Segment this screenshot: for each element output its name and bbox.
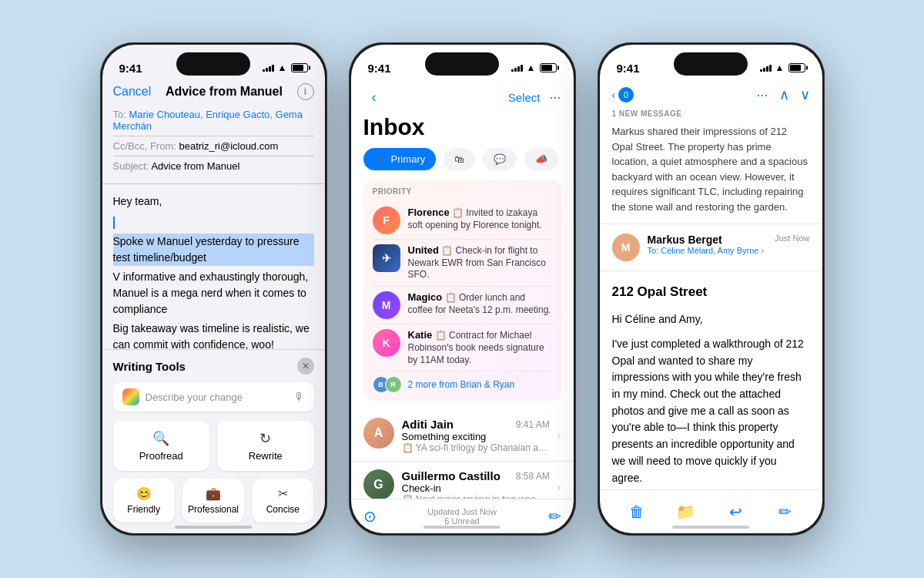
next-message-button[interactable]: ∨	[800, 86, 810, 103]
chevron-icon-2: ›	[557, 481, 561, 493]
concise-button[interactable]: ✂ Concise	[252, 479, 313, 523]
battery-icon	[291, 63, 308, 72]
concise-label: Concise	[266, 504, 300, 515]
inbox-nav: ‹ Select ···	[351, 83, 574, 114]
aditi-subject: Something exciting	[402, 431, 550, 442]
professional-button[interactable]: 💼 Professional	[182, 479, 244, 523]
battery-icon-2	[540, 63, 557, 72]
concise-icon: ✂	[278, 486, 288, 501]
writing-tools-panel: Writing Tools ✕ Describe your change 🎙 🔍…	[102, 349, 325, 533]
tab-shopping[interactable]: 🛍	[444, 148, 475, 170]
phone-detail: 9:41 ▲ ‹ 0 ··· ∧ ∨ 1 NEW MESSAGE	[598, 42, 825, 536]
sender-info: Markus Berget To: Céline Mélard, Amy Byr…	[648, 234, 768, 255]
wifi-icon: ▲	[278, 62, 287, 73]
wifi-icon-3: ▲	[775, 62, 785, 73]
body-greeting: Hey team,	[113, 193, 314, 210]
phone-inbox: 9:41 ▲ ‹ Select ··· Inbox 👤	[349, 42, 576, 536]
email-summary: Markus shared their impressions of 212 O…	[600, 124, 822, 224]
priority-label: PRIORITY	[373, 187, 552, 196]
mail-list: A Aditi Jain 9:41 AM Something exciting …	[351, 410, 574, 499]
search-placeholder: Describe your change	[146, 391, 288, 403]
cc-label: Cc/Bcc, From:	[113, 140, 176, 152]
more-from-text: 2 more from Brian & Ryan	[408, 379, 515, 390]
tab-social[interactable]: 💬	[483, 148, 517, 170]
priority-item-magico[interactable]: M Magico 📋 Order lunch and coffee for Ne…	[373, 287, 552, 324]
footer-updated: Updated Just Now 6 Unread	[377, 507, 548, 526]
trash-button[interactable]: 🗑	[623, 498, 651, 526]
tab-primary[interactable]: 👤 Primary	[363, 148, 437, 170]
florence-sender: Florence	[408, 207, 450, 218]
professional-label: Professional	[188, 504, 239, 515]
chevron-to: ›	[761, 246, 764, 255]
priority-item-florence[interactable]: F Florence 📋 Invited to izakaya soft ope…	[373, 202, 552, 240]
guillermo-content: Guillermo Castillo 8:58 AM Check-in 📋 Ne…	[402, 469, 550, 499]
back-button-detail[interactable]: ‹ 0	[612, 87, 634, 102]
tab-updates[interactable]: 📣	[524, 148, 558, 170]
guillermo-sender: Guillermo Castillo	[402, 469, 500, 482]
rewrite-label: Rewrite	[249, 450, 283, 462]
friendly-button[interactable]: 😊 Friendly	[113, 479, 175, 523]
dynamic-island	[176, 52, 250, 76]
compose-detail-button[interactable]: ✏	[771, 498, 798, 526]
united-sender: United	[408, 244, 439, 256]
filter-icon[interactable]: ⊙	[363, 507, 377, 526]
archive-button[interactable]: 📁	[672, 498, 700, 526]
email-body-p1: I've just completed a walkthrough of 212…	[612, 336, 810, 486]
more-options-button[interactable]: ···	[756, 87, 768, 103]
markus-avatar: M	[612, 234, 640, 261]
united-avatar: ✈	[373, 244, 400, 272]
to-field[interactable]: To: Marie Chouteau, Enrique Gacto, Gema …	[113, 105, 314, 136]
rewrite-icon: ↻	[259, 430, 271, 447]
status-time-2: 9:41	[368, 62, 391, 75]
proofread-button[interactable]: 🔍 Proofread	[113, 421, 210, 471]
rewrite-button[interactable]: ↻ Rewrite	[217, 421, 314, 471]
aditi-sender: Aditi Jain	[402, 418, 454, 431]
back-count: 0	[618, 87, 634, 102]
reply-button[interactable]: ↩	[721, 498, 749, 526]
cancel-button[interactable]: Cancel	[113, 85, 152, 99]
cc-field[interactable]: Cc/Bcc, From: beatriz_ri@icloud.com	[113, 136, 314, 156]
compose-button[interactable]: ✏	[548, 507, 561, 526]
compose-body[interactable]: Hey team, Spoke w Manuel yesterday to pr…	[102, 184, 325, 349]
to-value-detail: Céline Mélard, Amy Byrne	[661, 246, 758, 255]
info-button[interactable]: i	[297, 83, 314, 100]
writing-tools-close[interactable]: ✕	[297, 358, 314, 375]
professional-icon: 💼	[206, 486, 221, 501]
body-line3: Big takeaway was timeline is realistic, …	[113, 321, 314, 349]
writing-tools-title: Writing Tools	[113, 360, 186, 373]
subject-label: Subject:	[113, 160, 149, 172]
cursor	[113, 217, 115, 229]
mic-icon[interactable]: 🎙	[294, 391, 305, 403]
inbox-title: Inbox	[363, 114, 561, 140]
back-button[interactable]: ‹	[363, 86, 385, 108]
priority-item-katie[interactable]: K Katie 📋 Contract for Michael Robinson'…	[373, 324, 552, 371]
email-subject: 212 Opal Street	[612, 282, 810, 302]
select-button[interactable]: Select	[508, 91, 541, 104]
subject-field[interactable]: Subject: Advice from Manuel	[113, 156, 314, 176]
battery-icon-3	[788, 63, 805, 72]
phone-compose: 9:41 ▲ Cancel Advice from Manuel i To: M…	[100, 42, 327, 536]
more-from-row[interactable]: B R 2 more from Brian & Ryan	[373, 371, 552, 393]
inbox-nav-actions: Select ···	[508, 89, 561, 106]
status-icons-2: ▲	[511, 62, 557, 73]
compose-title: Advice from Manuel	[166, 85, 283, 99]
mail-item-aditi[interactable]: A Aditi Jain 9:41 AM Something exciting …	[351, 410, 574, 462]
priority-item-united[interactable]: ✈ United 📋 Check-in for flight to Newark…	[373, 240, 552, 287]
status-icons-1: ▲	[263, 62, 308, 73]
aditi-snippet: 📋 YA sci-fi trilogy by Ghanaian author, …	[402, 442, 550, 453]
writing-tools-search[interactable]: Describe your change 🎙	[113, 382, 314, 412]
signal-icon-3	[760, 64, 772, 72]
aditi-avatar: A	[363, 418, 394, 449]
more-button[interactable]: ···	[549, 89, 561, 106]
primary-tab-icon: 👤	[374, 153, 387, 165]
filter-tabs: 👤 Primary 🛍 💬 📣	[351, 148, 574, 180]
prev-message-button[interactable]: ∧	[779, 86, 789, 103]
body-line1: Spoke w Manuel yesterday to pressure tes…	[113, 234, 314, 266]
mail-item-guillermo[interactable]: G Guillermo Castillo 8:58 AM Check-in 📋 …	[351, 462, 574, 499]
magico-sender: Magico	[408, 291, 443, 303]
home-indicator	[175, 526, 252, 529]
primary-tab-label: Primary	[391, 153, 426, 165]
cc-value: beatriz_ri@icloud.com	[179, 140, 278, 152]
proofread-label: Proofread	[139, 450, 183, 462]
katie-sender: Katie	[408, 329, 433, 341]
